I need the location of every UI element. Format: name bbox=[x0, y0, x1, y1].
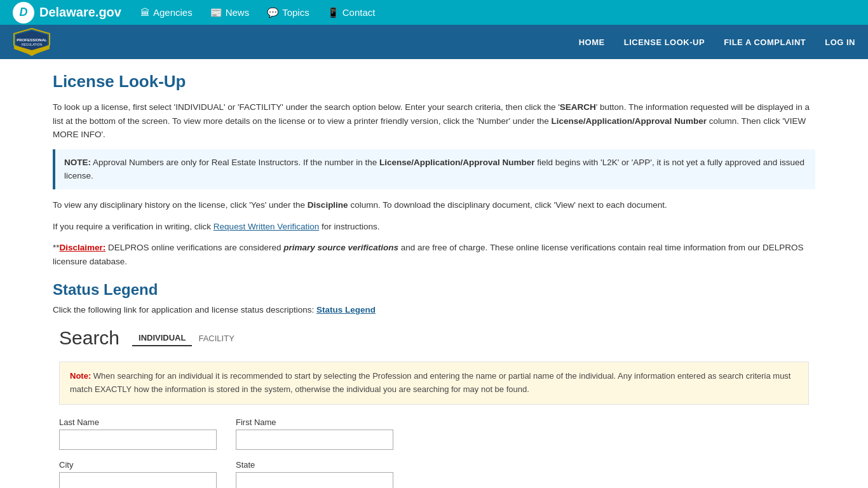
primary-source-text: primary source verifications bbox=[283, 243, 398, 252]
city-group: City bbox=[59, 460, 217, 488]
disclaimer-paragraph: **Disclaimer: DELPROS online verificatio… bbox=[53, 241, 815, 268]
brand-name: Delaware.gov bbox=[39, 5, 121, 20]
search-note-label: Note: bbox=[70, 371, 91, 381]
city-label: City bbox=[59, 460, 217, 470]
city-input[interactable] bbox=[59, 472, 217, 488]
tab-individual[interactable]: INDIVIDUAL bbox=[132, 330, 192, 346]
first-name-label: First Name bbox=[236, 417, 393, 427]
nav-agencies[interactable]: 🏛 Agencies bbox=[140, 7, 193, 18]
main-content: License Look-Up To look up a license, fi… bbox=[34, 59, 834, 488]
written-verification-link[interactable]: Request Written Verification bbox=[214, 222, 319, 231]
sub-logo: PROFESSIONAL REGULATION bbox=[13, 27, 51, 57]
last-name-label: Last Name bbox=[59, 417, 217, 427]
search-section: Search INDIVIDUAL FACILITY Note: When se… bbox=[53, 327, 815, 488]
subnav-login[interactable]: LOG IN bbox=[825, 37, 855, 47]
search-note-text: When searching for an individual it is r… bbox=[70, 371, 790, 394]
top-nav: 🏛 Agencies 📰 News 💬 Topics 📱 Contact bbox=[140, 7, 375, 18]
discipline-bold: Discipline bbox=[308, 200, 348, 210]
subnav-license-lookup[interactable]: LICENSE LOOK-UP bbox=[624, 37, 705, 47]
disclaimer-label: Disclaimer: bbox=[60, 243, 106, 252]
license-num-bold: License/Application/Approval Number bbox=[552, 116, 707, 126]
tab-facility[interactable]: FACILITY bbox=[192, 331, 240, 346]
sub-nav-links: HOME LICENSE LOOK-UP FILE A COMPLAINT LO… bbox=[579, 37, 855, 47]
nav-news[interactable]: 📰 News bbox=[210, 7, 250, 18]
last-name-group: Last Name bbox=[59, 417, 217, 450]
first-name-input[interactable] bbox=[236, 430, 393, 450]
note-label: NOTE: bbox=[64, 158, 91, 167]
search-title: Search bbox=[59, 327, 119, 349]
name-row: Last Name First Name bbox=[59, 417, 809, 450]
location-row: City State bbox=[59, 460, 809, 488]
svg-text:PROFESSIONAL: PROFESSIONAL bbox=[17, 38, 47, 42]
news-icon: 📰 bbox=[210, 7, 222, 18]
verification-paragraph: If you require a verification in writing… bbox=[53, 220, 815, 234]
dppr-badge: PROFESSIONAL REGULATION bbox=[13, 27, 51, 57]
search-tabs: INDIVIDUAL FACILITY bbox=[132, 330, 241, 346]
state-group: State bbox=[236, 460, 393, 488]
status-legend-title: Status Legend bbox=[53, 281, 815, 299]
subnav-home[interactable]: HOME bbox=[579, 37, 605, 47]
search-note: Note: When searching for an individual i… bbox=[59, 362, 809, 405]
note-box: NOTE: Approval Numbers are only for Real… bbox=[53, 149, 815, 189]
note-field-bold: License/Application/Approval Number bbox=[379, 158, 535, 167]
last-name-input[interactable] bbox=[59, 430, 217, 450]
nav-contact[interactable]: 📱 Contact bbox=[327, 7, 376, 18]
state-label: State bbox=[236, 460, 393, 470]
search-bold: SEARCH bbox=[560, 102, 596, 112]
contact-icon: 📱 bbox=[327, 7, 339, 18]
status-legend-paragraph: Click the following link for application… bbox=[53, 305, 815, 315]
subnav-file-complaint[interactable]: FILE A COMPLAINT bbox=[724, 37, 806, 47]
brand-logo[interactable]: D Delaware.gov bbox=[13, 2, 121, 24]
agencies-icon: 🏛 bbox=[140, 7, 150, 18]
first-name-group: First Name bbox=[236, 417, 393, 450]
topics-icon: 💬 bbox=[267, 7, 279, 18]
status-legend-link[interactable]: Status Legend bbox=[316, 305, 376, 315]
nav-topics[interactable]: 💬 Topics bbox=[267, 7, 309, 18]
top-bar: D Delaware.gov 🏛 Agencies 📰 News 💬 Topic… bbox=[0, 0, 868, 25]
intro-paragraph: To look up a license, first select 'INDI… bbox=[53, 100, 815, 142]
state-input[interactable] bbox=[236, 472, 393, 488]
logo-icon: D bbox=[13, 2, 34, 24]
page-title: License Look-Up bbox=[53, 72, 815, 92]
search-header: Search INDIVIDUAL FACILITY bbox=[59, 327, 809, 349]
sub-nav: PROFESSIONAL REGULATION HOME LICENSE LOO… bbox=[0, 25, 868, 59]
svg-text:REGULATION: REGULATION bbox=[22, 43, 43, 46]
discipline-paragraph: To view any disciplinary history on the … bbox=[53, 198, 815, 212]
note-text: Approval Numbers are only for Real Estat… bbox=[64, 158, 804, 181]
